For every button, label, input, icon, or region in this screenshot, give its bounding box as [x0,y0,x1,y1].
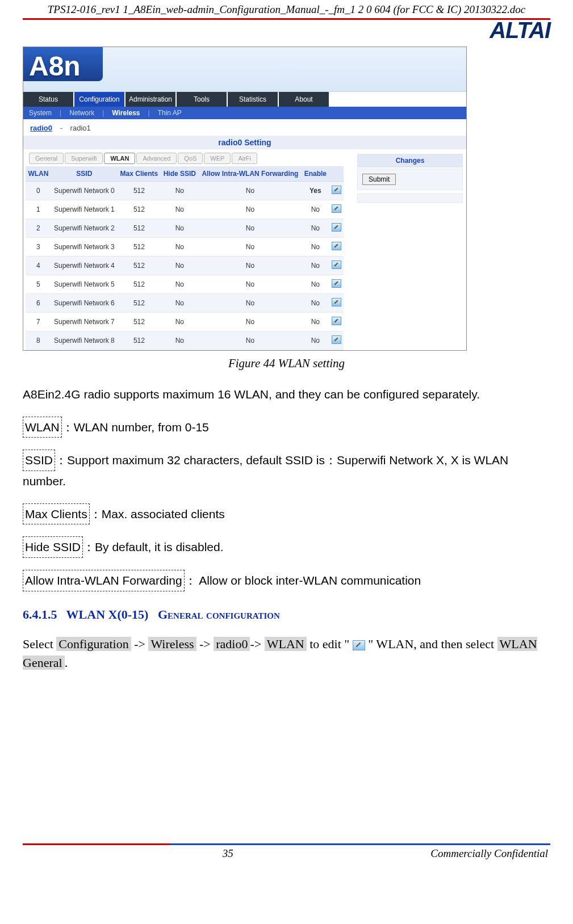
body-content: A8Ein2.4G radio supports maximum 16 WLAN… [23,384,550,591]
ssid-cell: Superwifi Network 0 [51,182,118,200]
radio-selector: radio0 - radio1 [23,119,466,133]
radio1-link[interactable]: radio1 [70,124,91,132]
product-brand: A8n [29,51,81,82]
definition-line: Allow Intra-WLAN Forwarding： Allow or bl… [23,570,550,591]
path-configuration: Configuration [56,637,131,651]
primary-nav: StatusConfigurationAdministrationToolsSt… [23,92,466,107]
doc-header: TPS12-016_rev1 1_A8Ein_web-admin_Configu… [0,0,573,17]
edit-icon [353,640,365,650]
changes-panel: Submit [357,169,463,190]
edit-icon[interactable] [332,261,341,269]
navigation-instruction: Select Configuration -> Wireless -> radi… [23,635,550,672]
table-row: 0Superwifi Network 0512NoNoYes [26,182,344,200]
ssid-cell: Superwifi Network 6 [51,294,118,313]
radio0-link[interactable]: radio0 [30,124,52,132]
subnav-wireless[interactable]: Wireless [112,109,140,117]
ssid-cell: Superwifi Network 4 [51,257,118,275]
nav-tab-tools[interactable]: Tools [177,92,227,107]
definition-line: Hide SSID：By default, it is disabled. [23,536,550,558]
section-heading: 6.4.1.5 WLAN X(0-15) General configurati… [23,607,550,622]
changes-header: Changes [357,154,463,167]
col-header: WLAN [26,166,51,182]
path-radio0: radio0 [214,637,250,651]
col-header: Allow Intra-WLAN Forwarding [199,166,302,182]
confidential-label: Commercially Confidential [430,847,548,860]
edit-icon[interactable] [332,279,341,288]
ssid-cell: Superwifi Network 2 [51,219,118,238]
col-header: SSID [51,166,118,182]
ssid-cell: Superwifi Network 8 [51,331,118,350]
company-logo: ALTAI [490,18,550,43]
tab-qos[interactable]: QoS [178,153,203,164]
intro-paragraph: A8Ein2.4G radio supports maximum 16 WLAN… [23,384,550,405]
table-row: 8Superwifi Network 8512NoNoNo [26,331,344,350]
col-header [329,166,344,182]
subnav-thin-ap[interactable]: Thin AP [158,109,182,117]
subnav-network[interactable]: Network [69,109,94,117]
tab-wep[interactable]: WEP [204,153,231,164]
nav-tab-about[interactable]: About [279,92,329,107]
path-wlan: WLAN [265,637,307,651]
setting-tabs: GeneralSuperwifiWLANAdvancedQoSWEPAirFi [26,153,349,166]
edit-icon[interactable] [332,242,341,250]
tab-general[interactable]: General [29,153,64,164]
definition-term: Hide SSID [23,536,83,558]
definition-line: SSID：Support maximum 32 characters, defa… [23,450,550,491]
definition-line: WLAN ：WLAN number, from 0-15 [23,417,550,438]
edit-icon[interactable] [332,298,341,306]
edit-icon[interactable] [332,317,341,325]
edit-icon[interactable] [332,223,341,232]
definition-term: WLAN [23,417,62,438]
figure-caption: Figure 44 WLAN setting [23,356,550,371]
panel-strip [357,194,463,203]
table-row: 1Superwifi Network 1512NoNoNo [26,200,344,219]
ssid-cell: Superwifi Network 3 [51,238,118,257]
page-footer: 35 Commercially Confidential [0,845,573,871]
page-number: 35 [25,847,430,860]
tab-superwifi[interactable]: Superwifi [65,153,103,164]
nav-tab-status[interactable]: Status [23,92,73,107]
ssid-cell: Superwifi Network 1 [51,200,118,219]
tab-airfi[interactable]: AirFi [232,153,257,164]
table-row: 2Superwifi Network 2512NoNoNo [26,219,344,238]
path-wireless: Wireless [148,637,196,651]
brand-banner: A8n [23,47,466,92]
tab-advanced[interactable]: Advanced [136,153,177,164]
subnav-system[interactable]: System [29,109,52,117]
definition-term: Max Clients [23,503,90,525]
edit-icon[interactable] [332,186,341,194]
table-row: 4Superwifi Network 4512NoNoNo [26,257,344,275]
table-row: 6Superwifi Network 6512NoNoNo [26,294,344,313]
nav-tab-configuration[interactable]: Configuration [74,92,124,107]
edit-icon[interactable] [332,204,341,213]
sub-nav: System|Network|Wireless|Thin AP [23,107,466,119]
definition-term: Allow Intra-WLAN Forwarding [23,570,185,591]
nav-tab-statistics[interactable]: Statistics [228,92,278,107]
ssid-cell: Superwifi Network 7 [51,313,118,331]
nav-tab-administration[interactable]: Administration [126,92,175,107]
tab-wlan[interactable]: WLAN [104,153,135,164]
table-row: 7Superwifi Network 7512NoNoNo [26,313,344,331]
col-header: Hide SSID [161,166,199,182]
section-title: radio0 Setting [23,136,466,149]
definition-line: Max Clients：Max. associated clients [23,503,550,525]
col-header: Max Clients [118,166,161,182]
wlan-table: WLANSSIDMax ClientsHide SSIDAllow Intra-… [26,166,344,350]
table-row: 5Superwifi Network 5512NoNoNo [26,275,344,294]
edit-icon[interactable] [332,335,341,344]
definition-term: SSID [23,450,55,471]
wlan-settings-screenshot: A8n StatusConfigurationAdministrationToo… [23,47,467,351]
table-row: 3Superwifi Network 3512NoNoNo [26,238,344,257]
submit-button[interactable]: Submit [362,174,396,185]
ssid-cell: Superwifi Network 5 [51,275,118,294]
col-header: Enable [302,166,329,182]
